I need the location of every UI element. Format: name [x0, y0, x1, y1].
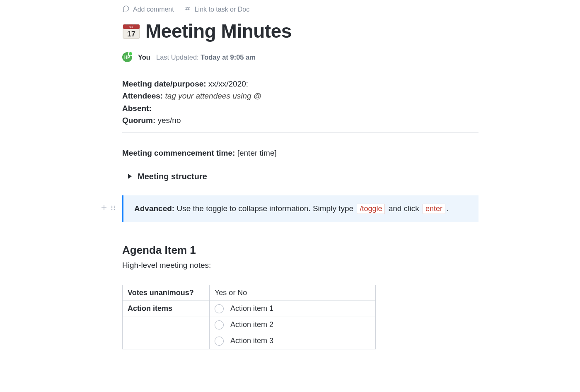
actions-label-cell[interactable]: Action items — [123, 301, 210, 317]
link-task-label: Link to task or Doc — [195, 6, 250, 13]
last-updated: Last Updated: Today at 9:05 am — [156, 53, 256, 61]
drag-handle-icon[interactable] — [110, 204, 116, 213]
svg-point-8 — [111, 206, 113, 207]
svg-point-4 — [126, 24, 127, 25]
svg-text:17: 17 — [127, 30, 135, 38]
table-row: Action item 2 — [123, 317, 376, 333]
meeting-meta[interactable]: Meeting date/purpose: xx/xx/2020: Attend… — [122, 78, 479, 127]
meta-absent[interactable]: Absent: — [122, 102, 479, 114]
commencement-time[interactable]: Meeting commencement time: [enter time] — [122, 149, 479, 158]
divider — [122, 132, 479, 133]
doc-title[interactable]: Meeting Minutes — [145, 20, 292, 42]
add-comment-label: Add comment — [133, 6, 174, 13]
comment-icon — [122, 5, 130, 14]
svg-point-6 — [133, 24, 134, 25]
svg-point-11 — [114, 207, 115, 209]
checkbox-icon[interactable] — [215, 337, 224, 346]
actions-label-empty[interactable] — [123, 317, 210, 333]
meta-quorum[interactable]: Quorum: yes/no — [122, 114, 479, 126]
svg-point-5 — [128, 24, 129, 25]
action-item-cell[interactable]: Action item 2 — [210, 317, 376, 333]
votes-value-cell[interactable]: Yes or No — [210, 285, 376, 301]
svg-point-9 — [114, 206, 115, 207]
add-comment-button[interactable]: Add comment — [122, 5, 174, 14]
action-item-text[interactable]: Action item 2 — [230, 320, 273, 329]
author-avatar[interactable]: HP — [122, 52, 132, 62]
agenda-heading[interactable]: Agenda Item 1 — [122, 244, 479, 257]
block-gutter — [101, 204, 116, 213]
link-task-button[interactable]: Link to task or Doc — [184, 5, 250, 14]
svg-point-7 — [136, 24, 137, 25]
byline: HP You Last Updated: Today at 9:05 am — [122, 52, 479, 62]
svg-point-13 — [114, 209, 115, 210]
toggle-collapsed-icon — [128, 174, 132, 179]
checkbox-icon[interactable] — [215, 320, 224, 329]
calendar-emoji-icon[interactable]: JUL 17 — [122, 22, 140, 40]
add-block-icon[interactable] — [101, 204, 107, 213]
agenda-subtext[interactable]: High-level meeting notes: — [122, 261, 479, 270]
link-icon — [184, 5, 191, 14]
votes-label-cell[interactable]: Votes unanimous? — [123, 285, 210, 301]
meeting-structure-toggle[interactable]: Meeting structure — [128, 172, 479, 181]
action-item-cell[interactable]: Action item 3 — [210, 333, 376, 349]
code-chip-toggle: /toggle — [357, 204, 385, 214]
toggle-label: Meeting structure — [138, 172, 207, 181]
meta-date[interactable]: Meeting date/purpose: xx/xx/2020: — [122, 78, 479, 90]
action-item-text[interactable]: Action item 1 — [230, 304, 273, 313]
svg-point-12 — [111, 209, 113, 210]
doc-title-row: JUL 17 Meeting Minutes — [122, 20, 479, 42]
callout-block[interactable]: Advanced: Use the toggle to collapse inf… — [122, 195, 479, 222]
meta-attendees[interactable]: Attendees: tag your attendees using @ — [122, 90, 479, 102]
action-item-text[interactable]: Action item 3 — [230, 337, 273, 345]
svg-point-10 — [111, 207, 113, 209]
author-name: You — [138, 53, 150, 61]
top-actions-bar: Add comment Link to task or Doc — [122, 5, 479, 14]
svg-text:JUL: JUL — [129, 26, 134, 29]
checkbox-icon[interactable] — [215, 304, 224, 313]
table-row: Votes unanimous? Yes or No — [123, 285, 376, 301]
agenda-table[interactable]: Votes unanimous? Yes or No Action items … — [122, 285, 376, 349]
table-row: Action items Action item 1 — [123, 301, 376, 317]
table-row: Action item 3 — [123, 333, 376, 349]
action-item-cell[interactable]: Action item 1 — [210, 301, 376, 317]
actions-label-empty[interactable] — [123, 333, 210, 349]
callout-content[interactable]: Advanced: Use the toggle to collapse inf… — [122, 195, 479, 222]
code-chip-enter: enter — [423, 204, 445, 214]
